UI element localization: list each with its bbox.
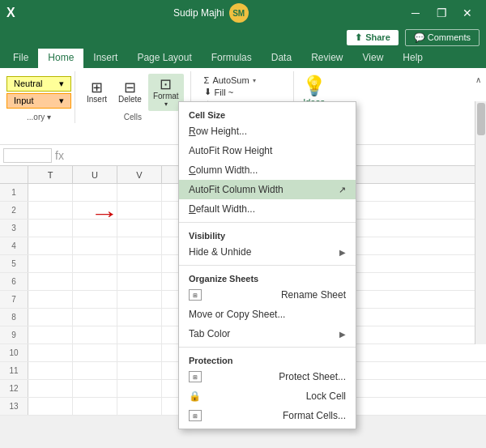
col-header-T[interactable]: T <box>28 166 73 183</box>
insert-button[interactable]: ⊞ Insert <box>82 77 112 107</box>
cell-V5[interactable] <box>117 255 162 272</box>
cell-size-section-label: Cell Size <box>179 105 356 122</box>
comments-button[interactable]: 💬 Comments <box>405 29 480 46</box>
neutral-arrow-icon: ▾ <box>59 79 64 89</box>
close-button[interactable]: ✕ <box>455 3 480 23</box>
protection-section-label: Protection <box>179 351 356 367</box>
fill-item[interactable]: ⬇ Fill ~ <box>202 86 282 98</box>
cell-T10[interactable] <box>28 344 73 361</box>
share-button[interactable]: ⬆ Share <box>347 30 399 45</box>
cell-T4[interactable] <box>28 237 73 254</box>
row-num-13: 13 <box>0 398 28 415</box>
row-height-label: Row Height... <box>189 126 247 137</box>
cell-U6[interactable] <box>73 273 117 290</box>
hide-unhide-item[interactable]: Hide & Unhide ▶ <box>179 242 356 262</box>
cell-T1[interactable] <box>28 184 73 201</box>
tab-file[interactable]: File <box>3 49 38 68</box>
cell-U9[interactable] <box>73 326 117 343</box>
tab-view[interactable]: View <box>353 49 394 68</box>
scrollbar-thumb[interactable] <box>477 103 485 135</box>
cell-U1[interactable] <box>73 184 117 201</box>
name-box-input[interactable] <box>3 148 52 163</box>
row-num-2: 2 <box>0 202 28 219</box>
format-dropdown-menu: Cell Size Row Height... AutoFit Row Heig… <box>178 101 356 429</box>
tab-help[interactable]: Help <box>393 49 433 68</box>
rename-sheet-icon: ⊞ <box>189 289 202 301</box>
collapse-ribbon-button[interactable]: ∧ <box>470 71 486 87</box>
col-header-U[interactable]: U <box>73 166 117 183</box>
format-cells-icon: ⊞ <box>189 410 202 421</box>
format-cells-label: Format Cells... <box>283 410 346 421</box>
default-width-item[interactable]: Default Width... <box>179 199 356 219</box>
cell-V9[interactable] <box>117 326 162 343</box>
restore-button[interactable]: ❐ <box>429 3 454 23</box>
cell-U8[interactable] <box>73 309 117 326</box>
cell-T6[interactable] <box>28 273 73 290</box>
row-num-10: 10 <box>0 344 28 361</box>
cell-V1[interactable] <box>117 184 162 201</box>
cell-T12[interactable] <box>28 380 73 397</box>
row-num-11: 11 <box>0 362 28 379</box>
neutral-style-box[interactable]: Neutral ▾ <box>6 76 71 92</box>
cell-V4[interactable] <box>117 237 162 254</box>
cell-T2[interactable] <box>28 202 73 219</box>
cell-V3[interactable] <box>117 220 162 237</box>
protect-sheet-item[interactable]: ⊞ Protect Sheet... <box>179 367 356 386</box>
autofit-column-width-label: AutoFit Column Width <box>189 184 284 195</box>
cell-T11[interactable] <box>28 362 73 379</box>
row-num-12: 12 <box>0 380 28 397</box>
share-icon: ⬆ <box>355 32 362 43</box>
col-header-V[interactable]: V <box>117 166 162 183</box>
rename-sheet-item[interactable]: ⊞ Rename Sheet <box>179 285 356 305</box>
move-copy-sheet-item[interactable]: Move or Copy Sheet... <box>179 305 356 324</box>
autofit-row-height-label: AutoFit Row Height <box>189 145 272 156</box>
separator-3 <box>179 347 356 348</box>
autofit-row-height-item[interactable]: AutoFit Row Height <box>179 141 356 160</box>
autosum-item[interactable]: Σ AutoSum ▾ <box>202 75 282 86</box>
format-cells-item[interactable]: ⊞ Format Cells... <box>179 406 356 425</box>
tab-formulas[interactable]: Formulas <box>202 49 262 68</box>
delete-button[interactable]: ⊟ Delete <box>113 77 147 107</box>
cell-T9[interactable] <box>28 326 73 343</box>
row-num-5: 5 <box>0 255 28 272</box>
cell-V6[interactable] <box>117 273 162 290</box>
cell-V12[interactable] <box>117 380 162 397</box>
cell-V11[interactable] <box>117 362 162 379</box>
cell-T5[interactable] <box>28 255 73 272</box>
cell-U7[interactable] <box>73 291 117 308</box>
format-arrow-icon: ▾ <box>164 100 168 108</box>
cell-T8[interactable] <box>28 309 73 326</box>
autosum-label: AutoSum <box>212 75 249 85</box>
tab-home[interactable]: Home <box>38 49 83 68</box>
cell-V13[interactable] <box>117 398 162 415</box>
cell-T3[interactable] <box>28 220 73 237</box>
cell-U4[interactable] <box>73 237 117 254</box>
cell-V2[interactable] <box>117 202 162 219</box>
format-label: Format <box>153 92 179 100</box>
cell-T13[interactable] <box>28 398 73 415</box>
tab-insert[interactable]: Insert <box>83 49 127 68</box>
cell-T7[interactable] <box>28 291 73 308</box>
tab-page-layout[interactable]: Page Layout <box>127 49 201 68</box>
autofit-column-width-item[interactable]: AutoFit Column Width ↗ <box>179 180 356 199</box>
minimize-button[interactable]: ─ <box>403 3 428 23</box>
cell-V10[interactable] <box>117 344 162 361</box>
tab-review[interactable]: Review <box>301 49 352 68</box>
cell-U5[interactable] <box>73 255 117 272</box>
vertical-scrollbar[interactable] <box>475 101 486 344</box>
cell-U10[interactable] <box>73 344 117 361</box>
styles-group-items: Neutral ▾ Input ▾ <box>6 73 71 111</box>
cell-V8[interactable] <box>117 309 162 326</box>
lock-cell-item[interactable]: 🔒 Lock Cell <box>179 386 356 406</box>
tab-color-item[interactable]: Tab Color ▶ <box>179 324 356 343</box>
title-bar-controls: ─ ❐ ✕ <box>403 3 480 23</box>
cell-V7[interactable] <box>117 291 162 308</box>
row-height-item[interactable]: Row Height... <box>179 122 356 141</box>
cell-U13[interactable] <box>73 398 117 415</box>
cell-U11[interactable] <box>73 362 117 379</box>
cell-U12[interactable] <box>73 380 117 397</box>
input-style-box[interactable]: Input ▾ <box>6 93 71 109</box>
column-width-item[interactable]: Column Width... <box>179 160 356 180</box>
hide-unhide-label: Hide & Unhide <box>189 246 251 258</box>
tab-data[interactable]: Data <box>262 49 301 68</box>
